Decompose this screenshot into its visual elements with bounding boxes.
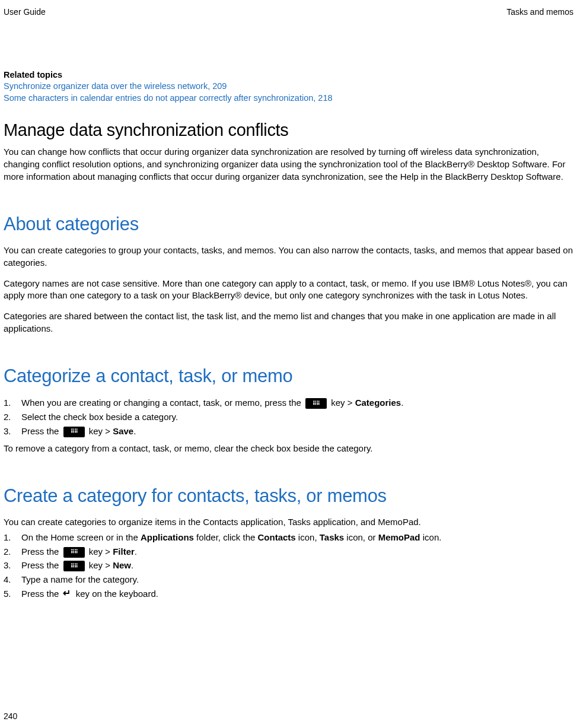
para-create-intro: You can create categories to organize it… [4,516,573,529]
menu-key-icon: ⠿⠿ [305,398,327,409]
page-header: User Guide Tasks and memos [4,7,573,17]
heading-categorize: Categorize a contact, task, or memo [4,365,573,387]
text-fragment: . [401,398,403,408]
text-fragment: key > [329,398,355,408]
text-fragment: Press the [21,426,62,436]
para-manage-conflicts: You can change how conflicts that occur … [4,146,573,183]
create-step-1: On the Home screen or in the Application… [4,531,573,544]
text-fragment: . [135,546,137,557]
heading-about-categories: About categories [4,214,573,235]
text-fragment: folder, click the [194,532,258,542]
menu-categories: Categories [355,398,401,408]
related-link-sync[interactable]: Synchronize organizer data over the wire… [4,81,573,93]
bold-memopad: MemoPad [378,532,420,542]
heading-manage-conflicts: Manage data synchronization conflicts [4,120,573,140]
para-about-1: You can create categories to group your … [4,244,573,269]
menu-key-icon: ⠿⠿ [63,547,85,558]
text-fragment: . [131,560,133,570]
text-fragment: key > [87,426,113,436]
header-left: User Guide [4,7,46,17]
enter-key-icon [63,590,72,599]
text-fragment: Press the [21,560,62,570]
header-right: Tasks and memos [506,7,573,17]
bold-applications: Applications [141,532,194,542]
categorize-steps: When you are creating or changing a cont… [4,396,573,437]
text-fragment: icon, or [344,532,378,542]
categorize-step-3: Press the ⠿⠿ key > Save. [4,425,573,438]
create-step-2: Press the ⠿⠿ key > Filter. [4,545,573,558]
para-about-2: Category names are not case sensitive. M… [4,278,573,302]
text-fragment: Press the [21,589,62,599]
para-categorize-after: To remove a category from a contact, tas… [4,443,573,455]
text-fragment: Press the [21,546,62,557]
heading-create-category: Create a category for contacts, tasks, o… [4,485,573,507]
categorize-step-2: Select the check box beside a category. [4,411,573,424]
menu-key-icon: ⠿⠿ [63,427,85,437]
page-number: 240 [4,711,17,721]
text-fragment: Type a name for the category. [21,573,573,586]
text-fragment: key > [87,560,113,570]
text-fragment: icon, [296,532,320,542]
related-topics-block: Related topics Synchronize organizer dat… [4,70,573,104]
menu-key-icon: ⠿⠿ [63,561,85,571]
text-fragment: icon. [420,532,442,542]
create-step-4: Type a name for the category. [4,573,573,586]
text-fragment: On the Home screen or in the [21,532,141,542]
text-fragment: Select the check box beside a category. [21,411,573,424]
bold-tasks: Tasks [320,532,344,542]
menu-save: Save [113,426,133,436]
text-fragment: When you are creating or changing a cont… [21,398,304,408]
bold-contacts: Contacts [258,532,296,542]
menu-filter: Filter [113,546,135,557]
create-step-5: Press the key on the keyboard. [4,587,573,600]
text-fragment: key > [87,546,113,557]
text-fragment: . [133,426,136,436]
create-step-3: Press the ⠿⠿ key > New. [4,559,573,572]
related-link-calendar-chars[interactable]: Some characters in calendar entries do n… [4,93,573,104]
menu-new: New [113,560,131,570]
categorize-step-1: When you are creating or changing a cont… [4,396,573,409]
related-topics-label: Related topics [4,70,573,80]
create-steps: On the Home screen or in the Application… [4,531,573,600]
text-fragment: key on the keyboard. [74,589,158,599]
para-about-3: Categories are shared between the contac… [4,310,573,335]
